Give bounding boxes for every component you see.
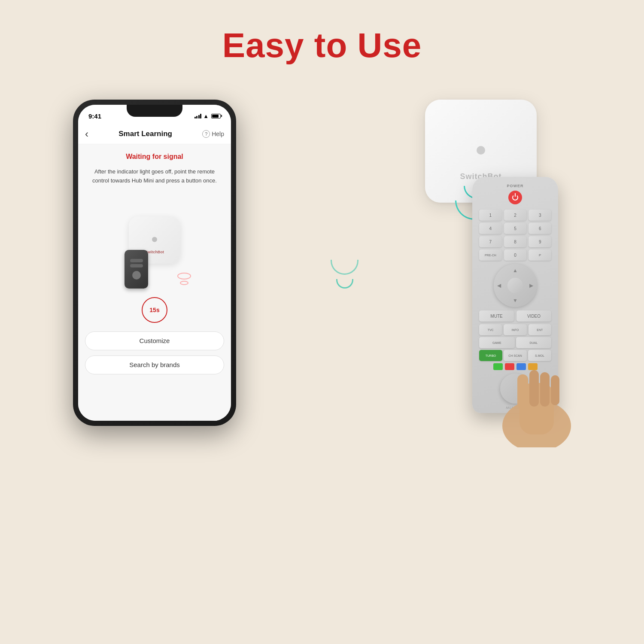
mid-signal-waves [331, 260, 358, 289]
remote-mute-btn[interactable]: MUTE [479, 310, 514, 322]
small-remote-btn-2 [130, 264, 143, 267]
remote-control: POWER 1 2 3 4 5 6 7 8 9 [459, 177, 571, 434]
signal-bars-icon [194, 113, 202, 118]
remote-tvc-row: TVC INFO ENT [479, 324, 551, 335]
phone-screen: 9:41 ▲ [78, 105, 231, 421]
wifi-icon: ▲ [203, 113, 209, 119]
nav-center-btn[interactable] [507, 278, 523, 293]
remote-btn-6[interactable]: 6 [529, 223, 551, 234]
remote-btn-0[interactable]: 0 [504, 249, 527, 261]
nav-left-button[interactable]: ◀ [497, 283, 501, 289]
waiting-signal-text: Waiting for signal [126, 153, 183, 161]
mid-wave-2 [331, 260, 358, 275]
phone-container: 9:41 ▲ [73, 100, 236, 426]
signal-bar-1 [194, 117, 196, 118]
remote-btn-1[interactable]: 1 [479, 210, 502, 221]
status-time: 9:41 [88, 112, 101, 120]
svg-rect-2 [517, 374, 528, 409]
mid-wave-1 [336, 279, 353, 289]
content-row: 9:41 ▲ [0, 91, 644, 434]
remote-btn-3[interactable]: 3 [529, 210, 551, 221]
device-illustration: SwitchBot [112, 194, 197, 289]
customize-button[interactable]: Customize [85, 331, 224, 350]
customize-label: Customize [140, 337, 170, 344]
page-wrapper: Easy to Use 9:41 [0, 0, 644, 644]
nav-up-button[interactable]: ▲ [513, 267, 518, 273]
remote-power-button[interactable] [508, 191, 522, 204]
nav-down-button[interactable]: ▼ [513, 298, 518, 304]
remote-number-grid: 1 2 3 4 5 6 7 8 9 PRE-CH 0 P [479, 210, 551, 261]
app-header: ‹ Smart Learning ? Help [78, 124, 231, 144]
remote-tvc-btn[interactable]: TVC [479, 324, 502, 335]
remote-nav-pad: ▲ ▼ ◀ ▶ [494, 264, 537, 307]
hub-center-dot-icon [477, 146, 485, 155]
remote-btn-7[interactable]: 7 [479, 236, 502, 247]
status-icons: ▲ [194, 113, 221, 119]
small-remote-dial [132, 271, 141, 279]
search-brands-label: Search by brands [129, 361, 180, 368]
remote-btn-5[interactable]: 5 [504, 223, 527, 234]
app-wave-2 [177, 273, 191, 279]
signal-bar-4 [200, 114, 201, 118]
remote-btn-9[interactable]: 9 [529, 236, 551, 247]
help-label: Help [212, 131, 224, 137]
search-brands-button[interactable]: Search by brands [85, 355, 224, 374]
remote-btn-prew[interactable]: PRE-CH [479, 249, 502, 261]
right-section: SwitchBot POWER 1 [270, 91, 571, 434]
app-header-title: Smart Learning [118, 130, 172, 138]
page-title: Easy to Use [222, 26, 422, 65]
svg-rect-5 [551, 375, 559, 405]
svg-rect-4 [540, 372, 550, 407]
remote-extra-row: MUTE VIDEO [479, 310, 551, 322]
remote-btn-p[interactable]: P [529, 249, 551, 261]
phone-notch [127, 105, 182, 117]
remote-ent-btn[interactable]: ENT [529, 324, 551, 335]
timer-circle: 15s [142, 297, 167, 323]
hub-dot-icon [152, 237, 157, 242]
battery-fill [212, 115, 219, 118]
app-body: Waiting for signal After the indicator l… [78, 144, 231, 421]
instruction-text: After the indicator light goes off, poin… [85, 167, 224, 185]
app-wave-1 [180, 281, 188, 285]
battery-icon [211, 114, 221, 118]
remote-btn-8[interactable]: 8 [504, 236, 527, 247]
remote-info-btn[interactable]: INFO [504, 324, 526, 335]
remote-btn-2[interactable]: 2 [504, 210, 527, 221]
small-remote-btn-1 [130, 259, 143, 262]
help-circle-icon: ? [202, 130, 210, 138]
remote-btn-4[interactable]: 4 [479, 223, 502, 234]
small-remote-illustration [125, 250, 148, 289]
app-signal-waves [177, 273, 191, 285]
signal-bar-3 [198, 115, 200, 118]
remote-video-btn[interactable]: VIDEO [516, 310, 551, 322]
phone-outer: 9:41 ▲ [73, 100, 236, 426]
back-button[interactable]: ‹ [85, 128, 88, 140]
hand-svg [494, 340, 580, 447]
help-button[interactable]: ? Help [202, 130, 224, 138]
remote-power-label: POWER [479, 184, 551, 188]
svg-rect-3 [529, 370, 539, 407]
timer-label: 15s [149, 307, 159, 313]
signal-bar-2 [196, 116, 197, 118]
nav-right-button[interactable]: ▶ [529, 283, 533, 289]
power-symbol-icon [512, 194, 518, 200]
